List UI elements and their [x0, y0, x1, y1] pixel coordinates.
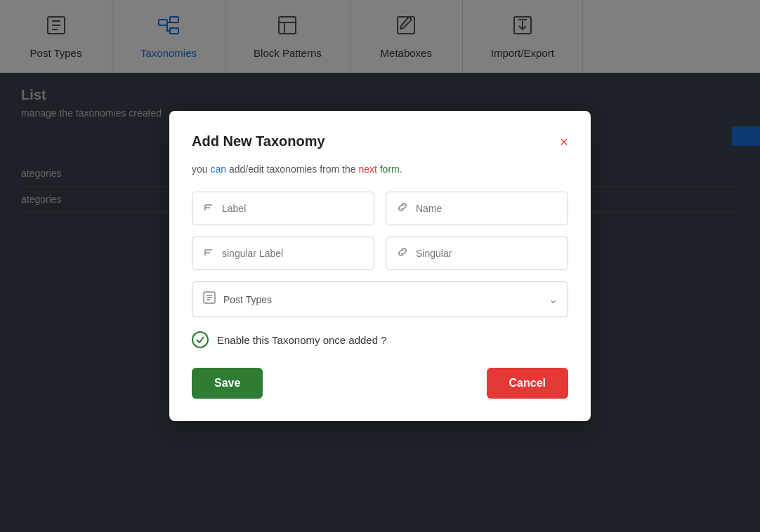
post-types-dropdown[interactable]: Post Types ⌄ [192, 281, 568, 317]
post-types-dropdown-icon [202, 291, 216, 308]
modal-subtitle: you can add/edit taxonomies from the nex… [192, 164, 568, 175]
modal-actions: Save Cancel [192, 368, 568, 399]
chevron-down-icon: ⌄ [549, 293, 558, 306]
name-input[interactable] [416, 203, 558, 214]
singular-field[interactable] [386, 237, 568, 270]
cancel-button[interactable]: Cancel [487, 368, 568, 399]
modal-overlay: Add New Taxonomy × you can add/edit taxo… [0, 0, 760, 532]
name-link-icon [396, 201, 409, 216]
form-bottom-row [192, 237, 568, 270]
enable-checkbox-label: Enable this Taxonomy once added ? [217, 334, 387, 346]
subtitle-pre: you [192, 164, 210, 175]
label-input[interactable] [222, 203, 364, 214]
save-button[interactable]: Save [192, 368, 263, 399]
singular-link-icon [396, 246, 409, 261]
label-text-icon [202, 201, 215, 216]
name-field[interactable] [386, 192, 568, 225]
subtitle-can: can [210, 164, 226, 175]
subtitle-mid: add/edit taxonomies from the [226, 164, 358, 175]
form-top-row [192, 192, 568, 225]
subtitle-dot: . [400, 164, 402, 175]
singular-input[interactable] [416, 248, 558, 259]
modal-title: Add New Taxonomy [192, 133, 325, 149]
modal-header: Add New Taxonomy × [192, 133, 568, 149]
subtitle-next: next [358, 164, 376, 175]
enable-taxonomy-row[interactable]: Enable this Taxonomy once added ? [192, 331, 568, 348]
label-field[interactable] [192, 192, 374, 225]
singular-label-text-icon [202, 246, 215, 261]
subtitle-form: form [380, 164, 400, 175]
singular-label-input[interactable] [222, 248, 364, 259]
post-types-dropdown-label: Post Types [223, 294, 542, 305]
singular-label-field[interactable] [192, 237, 374, 270]
modal-close-button[interactable]: × [560, 135, 568, 149]
enable-checkbox-icon [192, 331, 209, 348]
add-taxonomy-modal: Add New Taxonomy × you can add/edit taxo… [169, 111, 591, 421]
